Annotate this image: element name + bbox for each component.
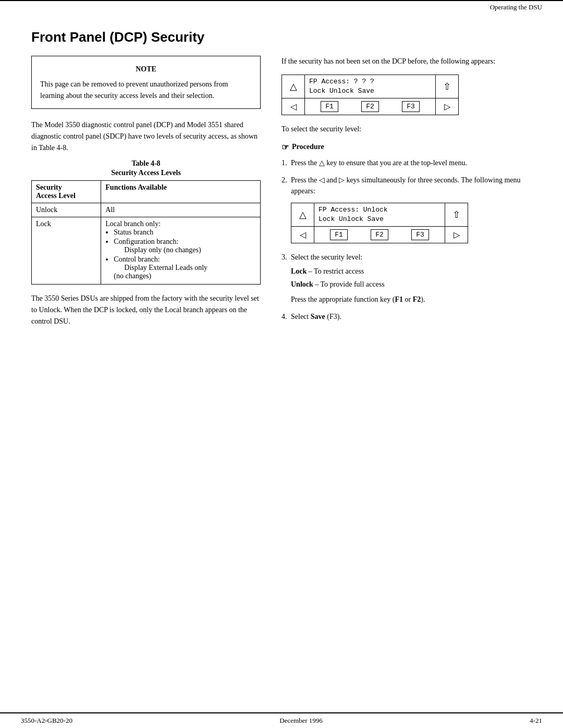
note-title: NOTE bbox=[40, 64, 252, 75]
step1-num: 1. bbox=[282, 157, 287, 168]
col2-header: Functions Available bbox=[101, 181, 261, 203]
f1-key-1: F1 bbox=[321, 101, 338, 112]
dcp-top-row-1: △ FP Access: ? ? ? Lock Unlock Save ⇧ bbox=[282, 75, 458, 98]
up-arrow-btn-1: △ bbox=[282, 75, 305, 98]
table-row: Lock Local branch only: Status branch Co… bbox=[32, 217, 261, 285]
unlock-label: Unlock bbox=[291, 280, 313, 288]
note-text: This page can be removed to prevent unau… bbox=[40, 79, 252, 101]
step-3: 3. Select the security level: Lock – To … bbox=[282, 252, 532, 305]
dcp-display-1: △ FP Access: ? ? ? Lock Unlock Save ⇧ ◁ … bbox=[282, 75, 532, 115]
table-subtitle: Security Access Levels bbox=[31, 169, 261, 177]
right-intro: If the security has not been set on the … bbox=[282, 56, 532, 67]
press-key-text: Press the appropriate function key (F1 o… bbox=[291, 294, 532, 305]
list-item: Control branch:Display External Leads on… bbox=[114, 255, 256, 280]
step2-num: 2. bbox=[282, 175, 287, 186]
dcp-top-row-2: △ FP Access: Unlock Lock Unlock Save ⇧ bbox=[291, 203, 468, 227]
page-title: Front Panel (DCP) Security bbox=[31, 29, 532, 45]
dcp-box-2: △ FP Access: Unlock Lock Unlock Save ⇧ ◁… bbox=[291, 203, 468, 243]
dcp-bottom-row-1: ◁ F1 F2 F3 ▷ bbox=[282, 98, 458, 115]
to-select-text: To select the security level: bbox=[282, 124, 532, 135]
right-arrow-btn-2: ▷ bbox=[445, 227, 468, 243]
dcp-screen-2: FP Access: Unlock Lock Unlock Save bbox=[314, 203, 445, 226]
screen-line2-2: Lock Unlock Save bbox=[319, 215, 440, 224]
page-header: Operating the DSU bbox=[0, 0, 563, 14]
intro-paragraph: The Model 3550 diagnostic control panel … bbox=[31, 119, 261, 153]
table-row: Unlock All bbox=[32, 203, 261, 217]
procedure-steps-4: 4. Select Save (F3). bbox=[282, 311, 532, 322]
procedure-steps-3: 3. Select the security level: Lock – To … bbox=[282, 252, 532, 305]
page-footer: 3550-A2-GB20-20 December 1996 4-21 bbox=[0, 712, 563, 728]
dcp-display-2: △ FP Access: Unlock Lock Unlock Save ⇧ ◁… bbox=[291, 203, 532, 243]
outro-paragraph: The 3550 Series DSUs are shipped from th… bbox=[31, 293, 261, 327]
header-text: Operating the DSU bbox=[490, 3, 542, 11]
lock-label: Lock bbox=[291, 267, 307, 275]
dcp-fkeys-2: F1 F2 F3 bbox=[314, 227, 445, 242]
f3-key-2: F3 bbox=[411, 229, 429, 240]
left-arrow-btn-1: ◁ bbox=[282, 98, 305, 115]
f1-key-2: F1 bbox=[330, 229, 348, 240]
procedure-label: Procedure bbox=[292, 143, 324, 151]
f3-key-1: F3 bbox=[402, 101, 420, 112]
up-arrow-btn-2: △ bbox=[291, 203, 314, 226]
step-1: 1. Press the △ key to ensure that you ar… bbox=[282, 157, 532, 168]
security-access-table: SecurityAccess Level Functions Available… bbox=[31, 180, 261, 285]
step-2: 2. Press the ◁ and ▷ keys simultaneously… bbox=[282, 175, 532, 196]
step3-subtext: Lock – To restrict access Unlock – To pr… bbox=[291, 266, 532, 305]
list-item: Status branch bbox=[114, 228, 256, 237]
functions-unlock: All bbox=[101, 203, 261, 217]
procedure-steps: 1. Press the △ key to ensure that you ar… bbox=[282, 157, 532, 196]
step4-num: 4. bbox=[282, 311, 287, 322]
procedure-icon: ☞ bbox=[282, 142, 289, 152]
f2-key-2: F2 bbox=[371, 229, 388, 240]
footer-right: 4-21 bbox=[530, 717, 542, 725]
procedure-header: ☞ Procedure bbox=[282, 142, 532, 152]
step3-num: 3. bbox=[282, 252, 287, 263]
screen-line1-1: FP Access: ? ? ? bbox=[309, 77, 431, 87]
dcp-box-1: △ FP Access: ? ? ? Lock Unlock Save ⇧ ◁ … bbox=[282, 75, 459, 115]
right-arrow-btn-1: ▷ bbox=[435, 98, 458, 115]
left-column: NOTE This page can be removed to prevent… bbox=[31, 56, 261, 335]
table-header-row: SecurityAccess Level Functions Available bbox=[32, 181, 261, 203]
list-item: Configuration branch:Display only (no ch… bbox=[114, 238, 256, 254]
f2-key-1: F2 bbox=[361, 101, 379, 112]
dcp-fkeys-1: F1 F2 F3 bbox=[305, 99, 435, 114]
two-col-layout: NOTE This page can be removed to prevent… bbox=[31, 56, 532, 335]
screen-line2-1: Lock Unlock Save bbox=[309, 87, 431, 96]
left-arrow-btn-2: ◁ bbox=[291, 227, 314, 243]
footer-left: 3550-A2-GB20-20 bbox=[21, 717, 72, 725]
note-box: NOTE This page can be removed to prevent… bbox=[31, 56, 261, 109]
page-content: Front Panel (DCP) Security NOTE This pag… bbox=[0, 14, 563, 366]
home-btn-1: ⇧ bbox=[435, 75, 458, 98]
dcp-bottom-row-2: ◁ F1 F2 F3 ▷ bbox=[291, 227, 468, 243]
footer-center: December 1996 bbox=[279, 717, 323, 725]
functions-lock: Local branch only: Status branch Configu… bbox=[101, 217, 261, 285]
access-level-unlock: Unlock bbox=[32, 203, 101, 217]
home-btn-2: ⇧ bbox=[445, 203, 468, 226]
access-level-lock: Lock bbox=[32, 217, 101, 285]
screen-line1-2: FP Access: Unlock bbox=[319, 205, 440, 215]
right-column: If the security has not been set on the … bbox=[282, 56, 532, 335]
col1-header: SecurityAccess Level bbox=[32, 181, 101, 203]
dcp-screen-1: FP Access: ? ? ? Lock Unlock Save bbox=[305, 75, 435, 98]
table-title: Table 4-8 bbox=[31, 159, 261, 168]
step-4: 4. Select Save (F3). bbox=[282, 311, 532, 322]
